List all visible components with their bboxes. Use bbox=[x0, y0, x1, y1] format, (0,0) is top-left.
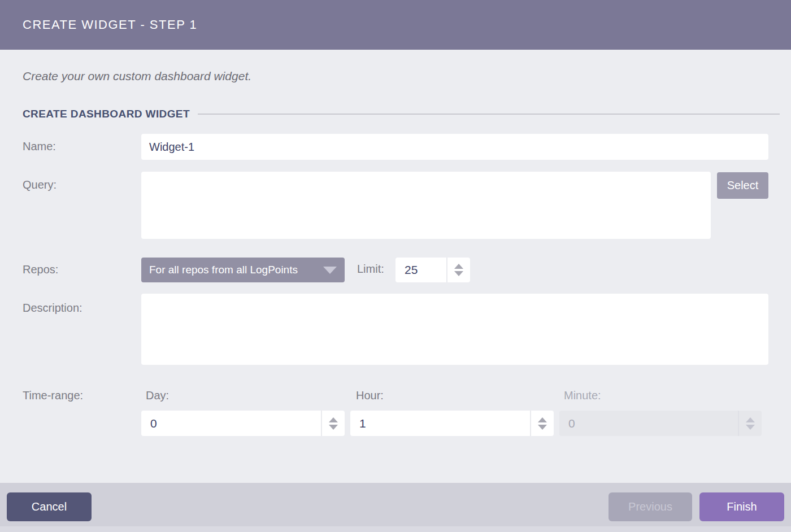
select-query-button[interactable]: Select bbox=[717, 172, 768, 199]
day-stepper[interactable] bbox=[321, 411, 345, 436]
day-label: Day: bbox=[146, 389, 169, 402]
query-textarea[interactable] bbox=[141, 172, 711, 239]
intro-text: Create your own custom dashboard widget. bbox=[23, 69, 251, 83]
stepper-down-icon bbox=[454, 271, 463, 276]
repos-label: Repos: bbox=[23, 263, 58, 276]
repos-dropdown-value: For all repos from all LogPoints bbox=[149, 264, 298, 276]
day-spinner bbox=[141, 411, 345, 436]
limit-input[interactable] bbox=[395, 258, 446, 282]
limit-stepper[interactable] bbox=[446, 258, 470, 282]
query-label: Query: bbox=[23, 178, 56, 191]
section-header: CREATE DASHBOARD WIDGET bbox=[23, 108, 780, 120]
stepper-up-icon bbox=[746, 417, 755, 422]
finish-button[interactable]: Finish bbox=[699, 492, 784, 521]
hour-spinner bbox=[350, 411, 554, 436]
name-input[interactable] bbox=[141, 134, 768, 160]
time-range-label: Time-range: bbox=[23, 389, 83, 402]
minute-input bbox=[559, 411, 738, 436]
section-title: CREATE DASHBOARD WIDGET bbox=[23, 108, 190, 120]
section-divider bbox=[198, 114, 780, 115]
stepper-up-icon bbox=[329, 417, 338, 422]
cancel-button[interactable]: Cancel bbox=[7, 492, 92, 521]
minute-spinner bbox=[559, 411, 762, 436]
limit-label: Limit: bbox=[357, 263, 384, 276]
description-label: Description: bbox=[23, 302, 82, 315]
dialog-footer: Cancel Previous Finish bbox=[0, 483, 791, 532]
create-widget-dialog: CREATE WIDGET - STEP 1 Create your own c… bbox=[0, 0, 791, 532]
repos-dropdown[interactable]: For all repos from all LogPoints bbox=[141, 258, 345, 282]
stepper-down-icon bbox=[329, 425, 338, 430]
description-textarea[interactable] bbox=[141, 294, 768, 365]
day-input[interactable] bbox=[141, 411, 321, 436]
hour-input[interactable] bbox=[350, 411, 530, 436]
minute-label: Minute: bbox=[564, 389, 601, 402]
minute-stepper bbox=[738, 411, 762, 436]
dialog-title: CREATE WIDGET - STEP 1 bbox=[23, 18, 197, 32]
hour-stepper[interactable] bbox=[530, 411, 554, 436]
stepper-up-icon bbox=[538, 417, 547, 422]
name-label: Name: bbox=[23, 140, 56, 153]
chevron-down-icon bbox=[323, 267, 337, 274]
previous-button[interactable]: Previous bbox=[609, 492, 692, 521]
limit-spinner bbox=[395, 258, 470, 282]
stepper-down-icon bbox=[746, 425, 755, 430]
stepper-up-icon bbox=[454, 264, 463, 269]
stepper-down-icon bbox=[538, 425, 547, 430]
dialog-titlebar: CREATE WIDGET - STEP 1 bbox=[0, 0, 791, 50]
hour-label: Hour: bbox=[356, 389, 384, 402]
